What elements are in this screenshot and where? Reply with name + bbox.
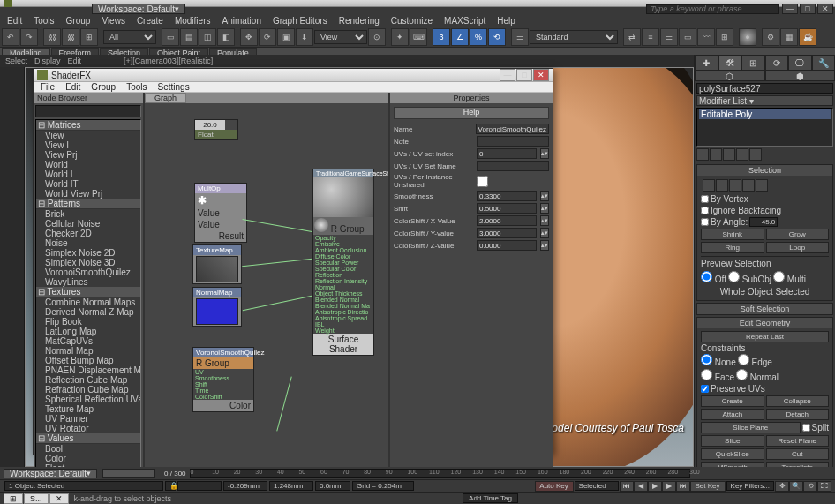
nb-item[interactable]: LatLong Map [36,327,140,336]
nb-item[interactable]: Cellular Noise [36,219,140,229]
rollout-softsel[interactable]: Soft Selection [697,304,832,314]
link-button[interactable]: ⛓ [43,28,61,46]
prop-csx-field[interactable]: 2.0000 [477,215,537,226]
time-slider[interactable] [102,469,155,478]
resetplane-button[interactable]: Reset Plane [766,435,830,447]
prop-shift-field[interactable]: 0.5000 [477,203,537,214]
undo-button[interactable]: ↶ [2,28,19,46]
ignoreback-checkbox[interactable] [701,207,709,214]
sfx-menu-tools[interactable]: Tools [121,82,152,92]
rotate-button[interactable]: ⟳ [259,28,276,46]
loop-button[interactable]: Loop [766,242,830,253]
vp-tab-select[interactable]: Select [5,56,27,65]
menu-grapheditors[interactable]: Graph Editors [267,16,333,26]
nav-orbit[interactable]: ⟲ [803,481,817,492]
menu-group[interactable]: Group [61,16,96,26]
sel-border-icon[interactable] [729,179,741,192]
setkey-button[interactable]: Set Key [690,481,726,492]
nb-category[interactable]: ⊟ Patterns [36,199,140,209]
tab-hierarchy[interactable]: ⊞ [741,55,765,71]
spinner[interactable]: ▴▾ [540,148,549,159]
prop-name-field[interactable]: VoronoiSmoothQuilez [476,124,549,134]
constraint-none[interactable] [701,354,712,365]
sfx-menu-file[interactable]: File [35,82,60,92]
sfx-min-button[interactable]: — [500,69,515,81]
remove-mod-icon[interactable] [736,148,748,161]
menu-tools[interactable]: Tools [28,16,59,26]
shaderfx-window[interactable]: ShaderFX — □ ✕ File Edit Group Tools Set… [33,68,553,455]
preview-subobj-radio[interactable] [728,271,740,282]
taskbar-close[interactable]: ✕ [49,493,69,504]
menu-views[interactable]: Views [96,16,131,26]
prop-uvidx-field[interactable]: 0 [477,148,537,159]
detach-button[interactable]: Detach [766,409,830,420]
schematic-button[interactable]: ⊞ [716,28,733,46]
keymode-dropdown[interactable]: Selected [575,481,619,491]
graph-canvas[interactable]: 20.0 Float MultOp ✱ Value Value Result T… [145,103,388,504]
nb-item[interactable]: Flip Book [36,317,140,327]
minimize-button[interactable]: — [782,4,798,14]
nb-item[interactable]: World IT [36,179,140,189]
preserve-uvs-checkbox[interactable] [701,385,709,393]
sliceplane-button[interactable]: Slice Plane [701,422,801,433]
coord-z[interactable]: 1.248mm [269,481,313,491]
nb-item[interactable]: View I [36,140,140,150]
manip-button[interactable]: ✦ [391,28,409,46]
nb-item[interactable]: Brick [36,209,140,219]
tab-display[interactable]: 🖵 [788,55,812,71]
material-editor-button[interactable]: ● [739,28,756,46]
sel-poly-icon[interactable] [742,179,755,192]
nb-item[interactable]: View [36,131,140,140]
node-browser-search[interactable] [35,105,141,117]
window-crossing-button[interactable]: ◧ [217,28,235,46]
nb-item[interactable]: PNAEN Displacement Map [36,365,140,375]
byangle-checkbox[interactable] [701,218,709,226]
vp-tab-edit[interactable]: Edit [68,56,82,65]
sel-element-icon[interactable] [756,179,768,192]
shrink-button[interactable]: Shrink [701,229,764,240]
nb-item[interactable]: Combine Normal Maps [36,297,140,307]
split-checkbox[interactable] [802,424,810,432]
spinner[interactable]: ▴▾ [540,215,549,226]
nb-item[interactable]: Spherical Reflection UVs [36,395,140,404]
pin-stack-icon[interactable] [696,148,709,161]
render-frame-button[interactable]: ▦ [780,28,798,46]
autokey-button[interactable]: Auto Key [535,481,574,492]
tab-modify[interactable]: 🛠 [718,55,742,71]
config-stack-icon[interactable] [749,148,762,161]
show-result-icon[interactable] [710,148,722,161]
preview-off-radio[interactable] [701,271,712,282]
graph-tab[interactable]: Graph [145,93,186,103]
spinner[interactable]: ▴▾ [540,240,549,251]
curve-editor-button[interactable]: 〰 [697,28,715,46]
transport-end[interactable]: ⏭ [676,481,690,492]
nb-item[interactable]: Derived Normal Z Map [36,307,140,317]
move-button[interactable]: ✥ [240,28,258,46]
scale-button[interactable]: ▣ [277,28,295,46]
nb-item[interactable]: WavyLines [36,277,140,287]
spinner[interactable]: ▴▾ [540,203,549,214]
menu-modifiers[interactable]: Modifiers [169,16,216,26]
percent-snap-button[interactable]: % [470,28,487,46]
coord-x[interactable] [177,481,222,491]
menu-edit[interactable]: Edit [2,16,27,26]
bind-button[interactable]: ⊞ [80,28,98,46]
spinner[interactable]: ▴▾ [540,228,549,238]
cut-button[interactable]: Cut [766,448,830,460]
nb-item[interactable]: Color [36,454,140,463]
create-button[interactable]: Create [701,395,764,407]
config-button[interactable]: ⬢ [765,71,836,81]
add-timetag-button[interactable]: Add Time Tag [463,493,518,503]
repeat-button[interactable]: Repeat Last [701,331,829,342]
prop-smooth-field[interactable]: 0.3300 [477,191,537,201]
transport-prev[interactable]: ◀ [634,481,648,492]
layers-button[interactable]: ☰ [660,28,678,46]
prop-note-field[interactable] [477,136,549,147]
render-button[interactable]: ☕ [799,28,816,46]
prop-uvinst-checkbox[interactable] [477,176,488,187]
snap-button[interactable]: 3 [433,28,450,46]
tessellate-button[interactable]: Tessellate [766,462,830,467]
nb-category[interactable]: ⊟ Textures [36,287,140,297]
sfx-menu-edit[interactable]: Edit [60,82,86,92]
coord-y[interactable]: -0.209mm [223,481,267,491]
